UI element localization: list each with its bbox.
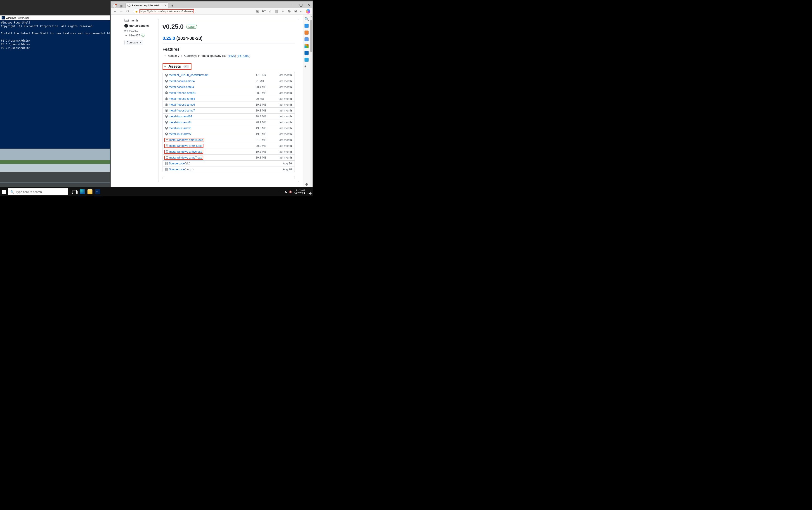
zip-icon [165, 168, 168, 171]
asset-link[interactable]: metal-cli_0.25.0_checksums.txt [169, 74, 208, 77]
asset-link[interactable]: metal-darwin-amd64 [169, 80, 194, 83]
asset-row: metal-linux-armv619.3 MBlast month [163, 125, 295, 131]
next-release-box-top [162, 176, 295, 179]
asset-link[interactable]: metal-linux-armv7 [169, 133, 191, 136]
extensions-icon[interactable]: ⊞ [255, 9, 260, 14]
sidebar-search-icon[interactable]: 🔍 [304, 17, 308, 21]
feature-pr-link[interactable]: #479 [229, 54, 235, 57]
svg-rect-1 [166, 168, 167, 171]
browser-toolbar: ← → ⟳ 🔒 https://github.com/equinix/metal… [111, 8, 312, 15]
asset-link[interactable]: metal-linux-armv6 [169, 126, 191, 130]
asset-link[interactable]: metal-windows-amd64.exe [169, 138, 203, 142]
read-aloud-icon[interactable]: A⁺ [261, 9, 266, 14]
asset-date: last month [274, 121, 292, 124]
asset-link[interactable]: metal-freebsd-amd64 [169, 91, 196, 94]
asset-link[interactable]: metal-windows-armv6.exe [169, 150, 202, 153]
taskbar-search[interactable]: 🔍 Type here to search [8, 189, 68, 195]
sidebar-shopping-icon[interactable] [304, 31, 308, 35]
favorite-star-icon[interactable]: ☆ [268, 9, 273, 14]
taskbar-explorer[interactable] [86, 187, 94, 196]
release-actor[interactable]: github-actions [124, 24, 156, 28]
asset-link[interactable]: Source code [169, 168, 185, 171]
asset-link[interactable]: metal-freebsd-armv6 [169, 103, 195, 106]
tray-network-icon[interactable]: 🖧 [284, 190, 287, 193]
chevron-down-icon: ▾ [140, 41, 141, 44]
back-button[interactable]: ← [113, 9, 118, 14]
asset-link[interactable]: metal-linux-amd64 [169, 115, 192, 118]
action-center-icon[interactable]: 1 [307, 190, 311, 194]
sidebar-tools-icon[interactable] [304, 24, 308, 28]
asset-name-wrap: metal-windows-armv6.exe [164, 150, 203, 154]
feature-commit-link[interactable]: e6743b0 [238, 54, 249, 57]
asset-size: 20.4 MB [256, 85, 274, 89]
taskbar-edge[interactable] [79, 187, 86, 196]
asset-date: last month [274, 115, 292, 118]
asset-date: last month [274, 109, 292, 112]
sidebar-drop-icon[interactable] [304, 58, 308, 62]
asset-date: last month [274, 74, 292, 77]
task-view-button[interactable] [71, 187, 79, 196]
tab-close-icon[interactable]: ✕ [164, 4, 167, 7]
assets-toggle[interactable]: ▼ Assets 17 [162, 63, 191, 70]
browser-window: ▥ Releases · equinix/metal-cli · GitH ✕ … [111, 1, 313, 189]
package-icon [165, 97, 168, 100]
close-window-button[interactable]: ✕ [305, 2, 312, 8]
scroll-up-button[interactable]: ▲ [310, 15, 312, 17]
asset-link[interactable]: metal-linux-arm64 [169, 121, 191, 124]
copilot-icon[interactable] [306, 9, 310, 14]
asset-link[interactable]: metal-darwin-arm64 [169, 85, 194, 89]
asset-link[interactable]: metal-freebsd-arm64 [169, 97, 195, 101]
tray-volume-icon[interactable]: 🔇 [289, 190, 292, 193]
asset-size: 1.18 KB [256, 74, 274, 77]
asset-name-wrap: metal-windows-amd64.exe [164, 138, 204, 142]
windows-logo-icon [2, 190, 6, 194]
asset-link[interactable]: Source code [169, 162, 185, 165]
asset-row: metal-windows-armv6.exe19.8 MBlast month [163, 149, 295, 154]
release-version-link[interactable]: 0.25.0 [162, 36, 175, 41]
asset-link[interactable]: metal-windows-arm64.exe [169, 144, 202, 147]
tab-releases[interactable]: Releases · equinix/metal-cli · GitH ✕ [125, 2, 169, 8]
collections-icon[interactable]: ⊕ [287, 9, 292, 14]
browser-essentials-icon[interactable]: ❀ [293, 9, 298, 14]
maximize-button[interactable]: ▢ [297, 2, 305, 8]
asset-date: last month [274, 150, 292, 153]
address-bar[interactable]: 🔒 https://github.com/equinix/metal-cli/r… [133, 8, 196, 14]
site-lock-icon[interactable]: 🔒 [135, 10, 138, 13]
start-button[interactable] [0, 187, 8, 196]
window-controls: — ▢ ✕ [289, 2, 312, 8]
sidebar-people-icon[interactable] [304, 37, 308, 41]
split-screen-icon[interactable]: ▥ [274, 9, 279, 14]
more-menu-icon[interactable]: ⋯ [299, 9, 304, 14]
asset-row: metal-windows-amd64.exe21.3 MBlast month [163, 137, 295, 143]
sidebar-add-icon[interactable]: + [304, 64, 308, 68]
scroll-thumb[interactable] [310, 20, 312, 52]
sidebar-outlook-icon[interactable] [304, 51, 308, 55]
asset-size: 19.3 MB [256, 103, 274, 106]
sidebar-office-icon[interactable] [304, 44, 308, 48]
tray-chevron-icon[interactable]: ˄ [279, 190, 282, 193]
powershell-titlebar[interactable]: >_ Windows PowerShell [0, 16, 110, 20]
tab-actions-icon[interactable]: ▥ [119, 4, 123, 8]
asset-size: 20.8 MB [256, 91, 274, 94]
minimize-button[interactable]: — [289, 2, 297, 8]
favorites-bar-icon[interactable]: ✧ [280, 9, 285, 14]
asset-row: metal-freebsd-armv719.3 MBlast month [163, 107, 295, 113]
powershell-body[interactable]: Windows PowerShell Copyright (C) Microso… [0, 20, 110, 149]
asset-size: 21.3 MB [256, 138, 274, 142]
new-tab-button[interactable]: + [170, 3, 175, 8]
compare-button[interactable]: Compare ▾ [124, 40, 143, 45]
profile-avatar-icon[interactable] [113, 4, 117, 8]
refresh-button[interactable]: ⟳ [125, 9, 130, 14]
scrollbar[interactable]: ▲ ▼ [310, 15, 312, 189]
asset-link[interactable]: metal-windows-armv7.exe [169, 156, 202, 159]
release-commit[interactable]: ⊸ 81ea957 ✓ [124, 34, 156, 37]
package-icon [165, 103, 168, 106]
sidebar-settings-icon[interactable]: ⚙ [305, 182, 308, 187]
package-icon [165, 80, 168, 83]
asset-name-wrap: metal-windows-arm64.exe [164, 144, 204, 148]
release-tag[interactable]: 🏷 v0.25.0 [124, 29, 156, 32]
asset-date: last month [274, 126, 292, 130]
asset-link[interactable]: metal-freebsd-armv7 [169, 109, 195, 112]
tray-clock[interactable]: 1:42 AM 9/27/2024 [294, 189, 305, 195]
taskbar-powershell[interactable]: >_ [94, 187, 101, 196]
